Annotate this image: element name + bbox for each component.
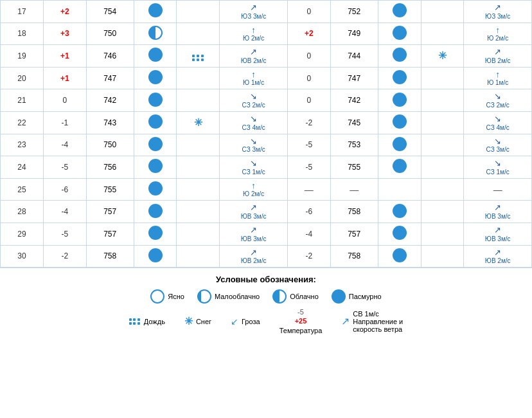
wind-speed: ЮЗ 3м/с (221, 13, 286, 21)
sky (134, 1, 177, 23)
wind: ↘ СЗ 3м/с (220, 134, 288, 156)
wind: ↗ ЮВ 2м/с (220, 45, 288, 68)
wind-arrow-icon: ↘ (494, 136, 501, 147)
pressure: 750 (86, 134, 134, 156)
rain-label: Дождь (144, 318, 165, 325)
temp2-value: -5 (305, 163, 312, 172)
wind-speed: СЗ 1м/с (221, 168, 286, 176)
wind-cell: ↗ ЮВ 2м/с (465, 47, 530, 65)
sky2 (378, 1, 421, 23)
wind-arrow-icon: ↗ (494, 47, 501, 57)
pressure: 756 (86, 156, 134, 179)
snow-icon: ✳ (438, 50, 447, 61)
pressure2: 757 (330, 223, 378, 245)
temp: +1 (43, 67, 86, 89)
legend-wind: ↗ СВ 1м/с Направление и скорость ветра (341, 310, 403, 333)
sky2 (378, 23, 421, 45)
pressure2: — (330, 178, 378, 201)
table-row: 19 +1 746 ↗ ЮВ 2м/с 0 744 ✳ ↗ ЮВ 2м/с (1, 45, 532, 68)
sky (134, 45, 177, 68)
sky-full-icon (393, 204, 407, 218)
wind: ↗ ЮВ 3м/с (220, 223, 288, 245)
wind-cell: ↗ ЮВ 3м/с (465, 225, 530, 243)
wind-arrow-icon: ↑ (495, 69, 500, 80)
temp2-value: +2 (305, 29, 314, 38)
pressure: 755 (86, 178, 134, 201)
temp: +1 (43, 45, 86, 68)
temp2-value: 0 (306, 51, 311, 60)
pressure: 750 (86, 23, 134, 45)
wind: ↗ ЮВ 2м/с (220, 245, 288, 268)
sky2 (378, 178, 421, 201)
sky-full-icon (148, 226, 163, 240)
sky2 (378, 201, 421, 223)
wind-speed: СЗ 2м/с (465, 102, 530, 109)
wind: ↘ СЗ 2м/с (220, 89, 288, 112)
wind-arrow-icon: ↗ (494, 248, 501, 258)
temp-plus: +25 (295, 316, 307, 325)
cloudy-label: Облачно (290, 293, 319, 300)
sky (134, 156, 177, 179)
temp2-value: — (305, 185, 314, 195)
precip (177, 67, 220, 89)
wind-speed: ЮЗ 3м/с (465, 13, 530, 21)
wind-speed: ЮВ 3м/с (221, 213, 286, 221)
wind-cell: ↑ Ю 2м/с (221, 181, 286, 199)
storm-icon: ↙ (231, 316, 238, 327)
pressure: 757 (86, 201, 134, 223)
temp2: +2 (287, 23, 330, 45)
precip2 (421, 1, 464, 23)
wind-example: СВ 1м/с (353, 310, 403, 318)
pressure2: 744 (330, 45, 378, 68)
sky (134, 245, 177, 268)
wind-speed: СЗ 4м/с (465, 124, 530, 132)
wind-cell: ↗ ЮВ 2м/с (221, 248, 286, 266)
pressure2: 742 (330, 89, 378, 112)
wind-cell: ↑ Ю 2м/с (221, 25, 286, 43)
temp2: -2 (287, 111, 330, 134)
sky-full-icon (393, 3, 407, 17)
table-row: 20 +1 747 ↑ Ю 1м/с 0 747 ↑ Ю 1м/с (1, 67, 532, 89)
wind2: ↘ СЗ 4м/с (464, 111, 532, 134)
overcast-icon (332, 289, 346, 304)
legend-title: Условные обозначения: (3, 275, 529, 284)
pressure2: 758 (330, 201, 378, 223)
wind: ↗ ЮЗ 3м/с (220, 1, 288, 23)
temp-value: -2 (61, 251, 68, 260)
day-num: 21 (1, 89, 44, 112)
wind-speed: ЮВ 3м/с (221, 235, 286, 243)
table-row: 28 -4 757 ↗ ЮВ 3м/с -6 758 ↗ ЮВ 3м/с (1, 201, 532, 223)
sky-full-icon (393, 93, 407, 107)
day-num: 20 (1, 67, 44, 89)
day-num: 22 (1, 111, 44, 134)
temp2: -2 (287, 245, 330, 268)
precip2: ✳ (421, 45, 464, 68)
wind-arrow-icon: ↑ (251, 69, 256, 80)
wind-arrow-icon: ↗ (250, 248, 257, 258)
table-row: 25 -6 755 ↑ Ю 2м/с — — — (1, 178, 532, 201)
temp: -4 (43, 134, 86, 156)
wind-speed: ЮВ 2м/с (221, 257, 286, 265)
wind-arrow-icon: ↘ (494, 114, 501, 124)
wind-speed: СЗ 3м/с (221, 146, 286, 154)
sky-full-icon (393, 48, 407, 62)
temp-value: 0 (62, 96, 67, 105)
temp-label: Температура (279, 326, 323, 335)
temp2: -5 (287, 134, 330, 156)
temp2: -4 (287, 223, 330, 245)
legend-temp: -5 +25 Температура (279, 307, 323, 335)
day-num: 25 (1, 178, 44, 201)
wind-arrow-icon: ↘ (250, 158, 257, 168)
wind-cell: ↘ СЗ 1м/с (465, 158, 530, 176)
temp: -4 (43, 201, 86, 223)
sky-full-icon (393, 70, 407, 84)
precip (177, 23, 220, 45)
day-num: 28 (1, 201, 44, 223)
sky (134, 134, 177, 156)
sky-full-icon (148, 114, 163, 129)
wind-arrow-icon: ↘ (250, 114, 257, 124)
wind-cell: ↑ Ю 1м/с (465, 69, 530, 87)
temp2-value: 0 (306, 74, 311, 83)
wind-cell: ↗ ЮВ 3м/с (221, 225, 286, 243)
wind-speed: СЗ 1м/с (465, 168, 530, 176)
